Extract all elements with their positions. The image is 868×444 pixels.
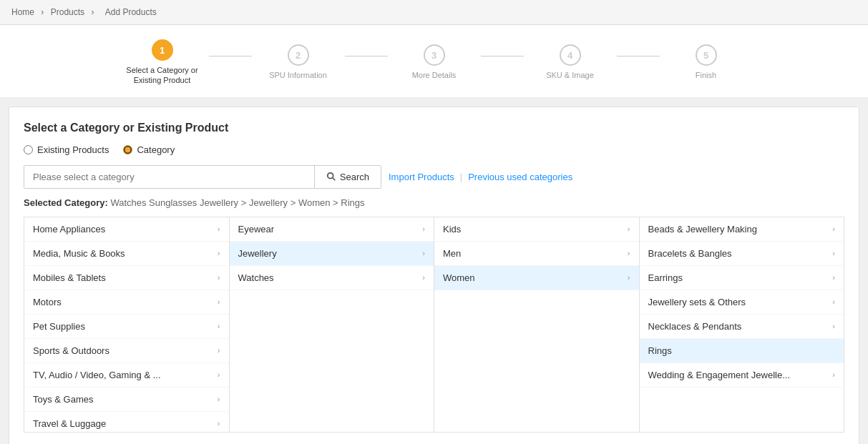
- chevron-right-icon: ›: [422, 249, 425, 257]
- list-item[interactable]: Beads & Jewellery Making ›: [640, 217, 844, 242]
- list-item[interactable]: Motors ›: [24, 290, 229, 315]
- step-line-4-5: [617, 56, 660, 56]
- step-3: 3 More Details: [388, 44, 481, 80]
- selected-category-label: Selected Category:: [24, 197, 108, 208]
- list-item[interactable]: Bracelets & Bangles ›: [640, 242, 844, 266]
- list-item[interactable]: Women ›: [434, 266, 639, 290]
- step-line-2-3: [345, 56, 388, 56]
- list-item[interactable]: Home Appliances ›: [24, 217, 229, 242]
- chevron-right-icon: ›: [218, 225, 220, 233]
- chevron-right-icon: ›: [422, 273, 425, 282]
- radio-category-label: Category: [137, 144, 175, 155]
- chevron-right-icon: ›: [832, 249, 835, 257]
- chevron-right-icon: ›: [218, 419, 220, 428]
- list-item[interactable]: Earrings ›: [640, 266, 844, 290]
- chevron-right-icon: ›: [832, 273, 835, 282]
- category-col-4: Beads & Jewellery Making › Bracelets & B…: [640, 217, 844, 432]
- chevron-right-icon: ›: [218, 346, 220, 355]
- list-item[interactable]: Men ›: [434, 242, 639, 266]
- step-5-label: Finish: [696, 70, 716, 80]
- list-item[interactable]: Wedding & Engagement Jewelle... ›: [640, 363, 844, 388]
- breadcrumb-home[interactable]: Home: [11, 7, 34, 17]
- step-line-1-2: [209, 56, 252, 56]
- chevron-right-icon: ›: [628, 273, 630, 282]
- category-container: Home Appliances › Media, Music & Books ›…: [24, 217, 844, 433]
- step-2: 2 SPU Information: [252, 44, 345, 80]
- search-box: Search: [24, 165, 381, 189]
- chevron-right-icon: ›: [218, 395, 220, 403]
- list-item[interactable]: Jewellery sets & Others ›: [640, 290, 844, 315]
- divider: |: [460, 172, 462, 182]
- list-item[interactable]: Necklaces & Pendants ›: [640, 315, 844, 339]
- step-4-label: SKU & Image: [546, 70, 594, 80]
- radio-existing-input[interactable]: [24, 145, 33, 154]
- radio-existing-label: Existing Products: [37, 144, 109, 155]
- search-input[interactable]: [24, 166, 314, 188]
- section-title: Select a Category or Existing Product: [24, 122, 844, 134]
- chevron-right-icon: ›: [218, 322, 220, 330]
- chevron-right-icon: ›: [832, 225, 835, 233]
- action-links: Import Products | Previous used categori…: [389, 172, 572, 182]
- list-item[interactable]: Jewellery ›: [230, 242, 434, 266]
- stepper-bar: 1 Select a Category orExisting Product 2…: [0, 25, 868, 98]
- chevron-right-icon: ›: [218, 297, 220, 306]
- list-item[interactable]: Travel & Luggage ›: [24, 412, 229, 432]
- previous-used-link[interactable]: Previous used categories: [468, 172, 572, 182]
- chevron-right-icon: ›: [832, 322, 835, 330]
- svg-line-1: [333, 178, 336, 181]
- chevron-right-icon: ›: [628, 249, 630, 257]
- list-item[interactable]: TV, Audio / Video, Gaming & ... ›: [24, 363, 229, 388]
- stepper: 1 Select a Category orExisting Product 2…: [116, 39, 753, 86]
- breadcrumb: Home › Products › Add Products: [0, 0, 868, 25]
- radio-category-input[interactable]: [123, 145, 132, 154]
- search-button[interactable]: Search: [314, 166, 381, 188]
- step-4: 4 SKU & Image: [524, 44, 617, 80]
- search-btn-label: Search: [340, 172, 369, 182]
- radio-category[interactable]: Category: [123, 144, 175, 155]
- step-1-label: Select a Category orExisting Product: [126, 65, 198, 86]
- chevron-right-icon: ›: [218, 370, 220, 379]
- step-1: 1 Select a Category orExisting Product: [116, 39, 209, 86]
- list-item[interactable]: Media, Music & Books ›: [24, 242, 229, 266]
- chevron-right-icon: ›: [218, 273, 220, 282]
- search-icon: [326, 172, 336, 182]
- step-line-3-4: [481, 56, 524, 56]
- radio-group: Existing Products Category: [24, 144, 844, 155]
- chevron-right-icon: ›: [218, 249, 220, 257]
- list-item[interactable]: Toys & Games ›: [24, 388, 229, 412]
- chevron-right-icon: ›: [628, 225, 630, 233]
- category-col-1: Home Appliances › Media, Music & Books ›…: [24, 217, 230, 432]
- chevron-right-icon: ›: [832, 370, 835, 379]
- step-2-circle: 2: [288, 44, 309, 66]
- list-item[interactable]: Eyewear ›: [230, 217, 434, 242]
- import-products-link[interactable]: Import Products: [389, 172, 454, 182]
- category-col-2: Eyewear › Jewellery › Watches ›: [230, 217, 435, 432]
- list-item[interactable]: Kids ›: [434, 217, 639, 242]
- step-3-circle: 3: [424, 44, 445, 66]
- step-3-label: More Details: [412, 70, 457, 80]
- list-item[interactable]: Watches ›: [230, 266, 434, 290]
- main-content: Select a Category or Existing Product Ex…: [9, 107, 859, 444]
- chevron-right-icon: ›: [422, 225, 425, 233]
- step-4-circle: 4: [560, 44, 581, 66]
- step-5-circle: 5: [696, 44, 717, 66]
- selected-category-row: Selected Category: Watches Sunglasses Je…: [24, 197, 844, 208]
- step-5: 5 Finish: [660, 44, 753, 80]
- svg-point-0: [328, 173, 333, 179]
- breadcrumb-products[interactable]: Products: [51, 7, 84, 17]
- step-1-circle: 1: [152, 39, 173, 61]
- breadcrumb-current: Add Products: [105, 7, 157, 17]
- list-item[interactable]: Mobiles & Tablets ›: [24, 266, 229, 290]
- search-row: Search Import Products | Previous used c…: [24, 165, 844, 189]
- step-2-label: SPU Information: [269, 70, 327, 80]
- category-col-3: Kids › Men › Women ›: [434, 217, 640, 432]
- radio-existing-products[interactable]: Existing Products: [24, 144, 109, 155]
- list-item-rings[interactable]: Rings: [640, 339, 844, 363]
- list-item[interactable]: Pet Supplies ›: [24, 315, 229, 339]
- selected-category-path: Watches Sunglasses Jewellery > Jewellery…: [110, 197, 364, 208]
- list-item[interactable]: Sports & Outdoors ›: [24, 339, 229, 363]
- chevron-right-icon: ›: [832, 297, 835, 306]
